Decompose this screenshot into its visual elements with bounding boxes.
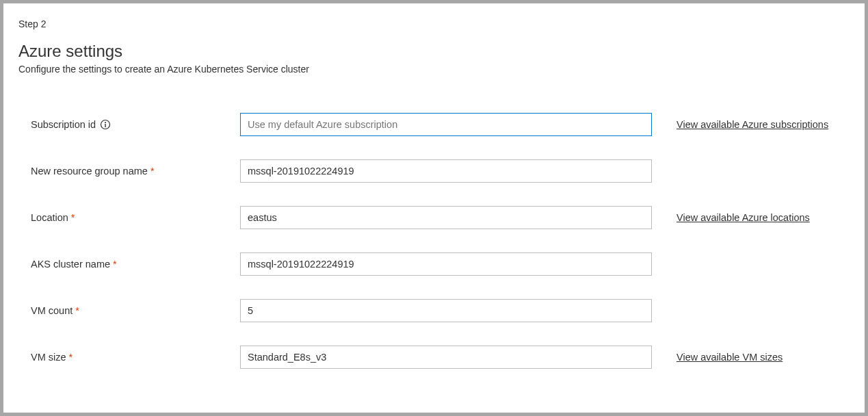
aks-cluster-label-text: AKS cluster name [31, 259, 110, 270]
resource-group-label-text: New resource group name [31, 166, 148, 177]
required-asterisk: * [113, 259, 117, 270]
aks-cluster-label: AKS cluster name * [31, 259, 240, 270]
required-asterisk: * [69, 352, 73, 363]
aks-cluster-input[interactable] [240, 252, 652, 276]
required-asterisk: * [71, 212, 75, 223]
resource-group-input[interactable] [240, 159, 652, 183]
location-input[interactable] [240, 206, 652, 229]
subscriptions-link[interactable]: View available Azure subscriptions [676, 119, 828, 130]
field-row-vm-count: VM count * [31, 299, 850, 322]
azure-settings-step: Step 2 Azure settings Configure the sett… [0, 0, 868, 416]
field-row-vm-size: VM size * View available VM sizes [31, 346, 850, 369]
vm-count-input[interactable] [240, 299, 652, 322]
location-label: Location * [31, 212, 240, 223]
location-label-text: Location [31, 212, 68, 223]
vm-size-label: VM size * [31, 352, 240, 363]
subscription-label-text: Subscription id [31, 119, 96, 130]
field-row-subscription: Subscription id View available Azure sub… [31, 113, 850, 136]
locations-link[interactable]: View available Azure locations [676, 212, 810, 223]
required-asterisk: * [150, 166, 155, 177]
page-title: Azure settings [18, 42, 850, 61]
svg-point-1 [105, 122, 106, 123]
vm-count-label-text: VM count [31, 305, 73, 316]
page-subtitle: Configure the settings to create an Azur… [18, 64, 850, 75]
vm-size-label-text: VM size [31, 352, 66, 363]
step-label: Step 2 [18, 18, 850, 29]
vm-sizes-link[interactable]: View available VM sizes [676, 352, 782, 363]
field-row-resource-group: New resource group name * [31, 159, 850, 183]
required-asterisk: * [75, 305, 79, 316]
field-row-aks-cluster: AKS cluster name * [31, 252, 850, 276]
info-icon[interactable] [100, 119, 111, 130]
vm-count-label: VM count * [31, 305, 240, 316]
form-area: Subscription id View available Azure sub… [18, 113, 850, 369]
svg-rect-2 [105, 124, 105, 127]
vm-size-input[interactable] [240, 346, 652, 369]
field-row-location: Location * View available Azure location… [31, 206, 850, 229]
resource-group-label: New resource group name * [31, 166, 240, 177]
subscription-input[interactable] [240, 113, 652, 136]
subscription-label: Subscription id [31, 119, 240, 130]
